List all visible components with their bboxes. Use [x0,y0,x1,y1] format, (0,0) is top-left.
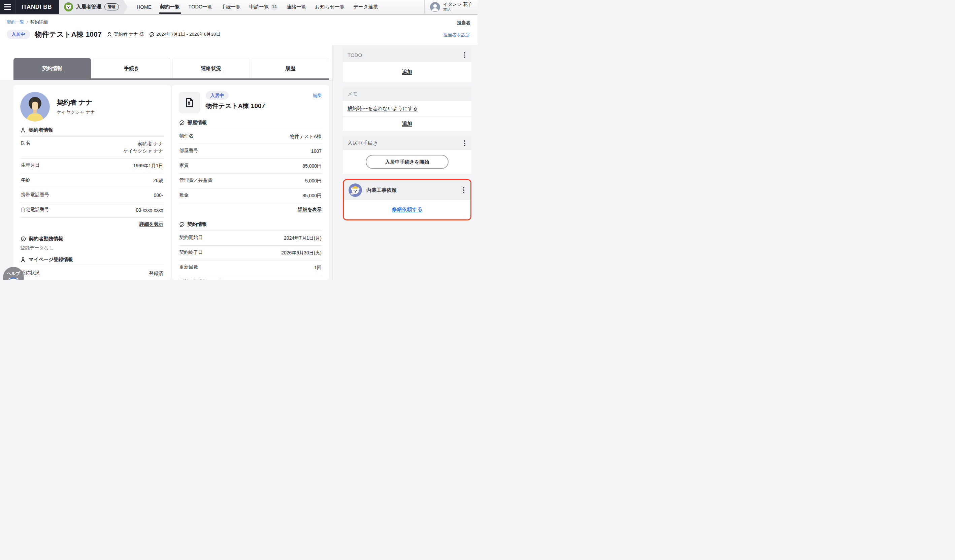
repair-request-link[interactable]: 修繕依頼する [392,206,423,212]
contractor-meta: 契約者 ナナ 様 [107,31,144,37]
page-title: 物件テストA棟 1007 [35,30,102,39]
contract-period-meta: 2024年7月1日 - 2026年6月30日 [149,31,221,37]
interior-work-title: 内装工事依頼 [366,187,397,193]
edit-link[interactable]: 編集 [313,92,322,98]
top-navbar: ITANDI BB 入居者管理 管理 HOME 契約一覧 TODO一覧 手続一覧… [0,0,478,15]
contractor-kana: ケイヤクシャ ナナ [56,109,95,115]
section-room-info: 部屋情報 [179,120,323,126]
table-row: 更新回数 1回 [179,260,323,275]
nav-item-notices[interactable]: お知らせ一覧 [310,0,349,14]
set-manager-link[interactable]: 担当者を設定 [443,32,470,38]
table-row: 契約開始日 2024年7月1日(月) [179,231,323,245]
tab-underline-bar [14,78,329,80]
table-row: 敷金 85,000円 [179,188,323,203]
contractor-detail-link[interactable]: 詳細を表示 [139,221,163,226]
app-name: 入居者管理 [76,4,101,10]
nav-item-data-link[interactable]: データ連携 [349,0,382,14]
person-icon [107,32,112,37]
section-contractor-work-info: 契約者勤務情報 [20,236,164,242]
tab-history[interactable]: 履歴 [252,58,329,78]
bear-mascot-icon [64,2,73,11]
section-contract-info: 契約情報 [179,221,323,228]
user-menu[interactable]: イタンジ 花子 本店 [424,0,478,14]
nav-item-applications[interactable]: 申請一覧 14 [245,0,282,14]
work-info-empty-note: 登録データなし [20,245,164,251]
main-navigation: HOME 契約一覧 TODO一覧 手続一覧 申請一覧 14 連絡一覧 お知らせ一… [132,0,382,14]
tab-communications[interactable]: 連絡状況 [172,58,250,78]
todo-kebab-menu-icon[interactable] [463,51,467,59]
procedures-kebab-menu-icon[interactable] [463,139,467,147]
memo-note-link[interactable]: 解約時~~を忘れないようにする [348,106,418,111]
breadcrumb: 契約一覧 / 契約詳細 [7,19,471,25]
memo-panel: メモ 解約時~~を忘れないようにする 追加 [343,87,471,131]
table-row: 更新予告期間（ヶ月） 2ヶ月 [179,275,323,280]
person-icon [20,127,26,133]
app-mode-badge: 管理 [104,3,119,11]
app-tag: 入居者管理 管理 [59,0,128,14]
user-name: イタンジ 花子 [443,2,472,8]
procedures-title: 入居中手続き [348,140,378,147]
table-row: 部屋番号 1007 [179,144,323,159]
todo-panel: TODO 追加 [343,48,471,82]
user-branch: 本店 [443,8,472,12]
todo-title: TODO [348,52,362,58]
contract-document-icon [179,92,200,114]
interior-work-panel-highlighted: 内装工事依頼 修繕依頼する [343,179,471,220]
hamburger-icon [4,4,11,10]
contractor-card: 契約者 ナナ ケイヤクシャ ナナ 契約者情報 氏名 契約者 ナナケイヤクシャ ナ… [14,85,171,280]
todo-add-link[interactable]: 追加 [402,69,412,74]
table-row: 年齢 26歳 [20,173,164,188]
nav-item-procedures[interactable]: 手続一覧 [216,0,245,14]
table-row: 物件名 物件テストA棟 [179,129,323,144]
status-badge: 入居中 [7,30,30,39]
tab-contract-info[interactable]: 契約情報 [14,58,91,78]
manager-label: 担当者 [457,20,471,26]
breadcrumb-current: 契約詳細 [30,19,48,25]
table-row: 携帯電話番号 080- [20,188,164,203]
contractor-name: 契約者 ナナ [56,98,95,107]
table-row: 家賃 85,000円 [179,159,323,173]
property-card: 入居中 物件テストA棟 1007 編集 部屋情報 物件名 物件テストA棟 [172,85,329,280]
property-title: 物件テストA棟 1007 [206,101,265,111]
contract-quill-icon [179,120,185,126]
interior-kebab-menu-icon[interactable] [462,186,466,194]
table-row: 管理費／共益費 5,000円 [179,173,323,188]
table-row: 自宅電話番号 03-xxxx-xxxx [20,203,164,217]
contract-quill-icon [20,236,26,242]
section-mypage-info: マイページ登録情報 [20,256,164,263]
room-detail-link[interactable]: 詳細を表示 [298,207,322,212]
table-row: 契約終了日 2026年6月30日(火) [179,245,323,260]
breadcrumb-link-contracts[interactable]: 契約一覧 [7,19,24,25]
nav-item-todo[interactable]: TODO一覧 [184,0,217,14]
itandi-bb-logo: ITANDI BB [16,0,59,14]
table-row: 生年月日 1999年1月1日 [20,158,164,173]
page-header: 契約一覧 / 契約詳細 入居中 物件テストA棟 1007 契約者 ナナ 様 20… [0,15,478,45]
applications-count-badge: 14 [271,3,278,11]
contractor-avatar [20,92,50,122]
memo-title: メモ [348,91,358,97]
help-bear-icon [7,277,20,280]
detail-tabs: 契約情報 手続き 連絡状況 履歴 [14,58,329,78]
property-status-badge: 入居中 [206,91,229,100]
user-avatar-icon [430,2,440,12]
memo-add-link[interactable]: 追加 [402,120,412,126]
worker-bear-avatar-icon [349,183,362,197]
moving-in-procedures-panel: 入居中手続き 入居中手続きを開始 [343,136,471,174]
person-icon [20,257,26,262]
contract-quill-icon [179,222,185,228]
hamburger-menu-button[interactable] [0,0,16,14]
help-label: ヘルプ [7,271,20,277]
table-row: 招待状況 登録済 [20,266,164,280]
right-sidebar: TODO 追加 メモ 解約時~~を忘れないようにする 追加 入居中手続き [332,45,478,280]
section-contractor-info: 契約者情報 [20,127,164,133]
tab-procedures[interactable]: 手続き [93,58,171,78]
nav-item-contracts[interactable]: 契約一覧 [156,0,184,14]
contract-quill-icon [149,32,155,37]
main-column: 契約情報 手続き 連絡状況 履歴 [0,45,332,280]
nav-item-communications[interactable]: 連絡一覧 [282,0,310,14]
table-row: 氏名 契約者 ナナケイヤクシャ ナナ [20,136,164,158]
start-procedures-button[interactable]: 入居中手続きを開始 [366,155,449,169]
nav-item-home[interactable]: HOME [132,0,156,14]
